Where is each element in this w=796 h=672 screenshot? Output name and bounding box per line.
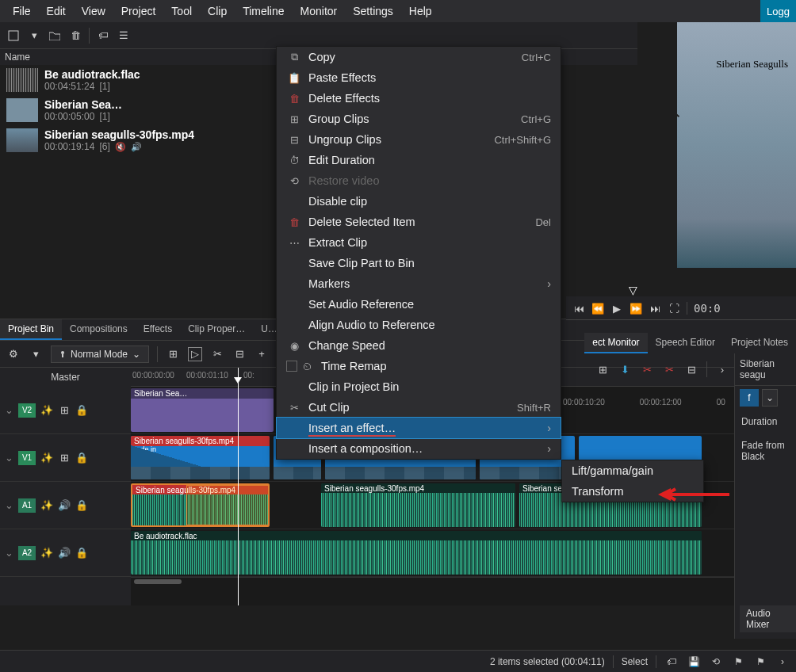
menu-markers[interactable]: Markers› [277,273,561,294]
preview-image[interactable]: Siberian Seagulls [677,22,796,268]
tag-icon[interactable]: 🏷 [96,29,110,43]
tab-audio-mixer[interactable]: Audio Mixer [740,605,796,632]
play-icon[interactable]: ▶ [610,302,623,315]
fade-effect-label[interactable]: Fade from Black [735,433,796,468]
fx-icon[interactable]: ✨ [40,547,53,559]
chevron-down-icon[interactable]: ⌄ [762,389,778,407]
visible-icon[interactable]: ⊞ [58,404,71,417]
lock-icon[interactable]: 🔒 [75,499,88,512]
menu-extract-clip[interactable]: ⋯Extract Clip [277,232,561,253]
zone-out-cut-icon[interactable]: ✂ [640,362,654,376]
menu-view[interactable]: View [74,2,113,21]
timeline-scrollbar[interactable] [131,577,796,585]
chevron-right-icon[interactable]: › [715,362,729,376]
timecode-display[interactable]: 00:0 [694,302,721,315]
login-button[interactable]: Logg [760,0,796,22]
track-tool-icon[interactable]: ⊞ [166,347,180,361]
visible-icon[interactable]: ⊞ [58,452,71,464]
chevron-down-icon[interactable]: ▾ [27,29,41,43]
menu-timeline[interactable]: Timeline [235,2,292,21]
scrollbar-thumb[interactable] [134,579,182,584]
lock-icon[interactable]: 🔒 [75,404,88,417]
menu-copy[interactable]: ⧉CopyCtrl+C [277,47,561,67]
insert-icon[interactable]: + [254,347,269,361]
timeline-clip[interactable]: Siberian Sea… [131,388,274,432]
collapse-icon[interactable]: ⌄ [5,499,13,511]
folder-icon[interactable] [48,29,62,43]
view-icon[interactable]: ⊞ [595,362,610,376]
lock-icon[interactable]: 🔒 [75,547,88,559]
timeline-clip[interactable]: Siberian seagulls-30fps.mp4 [321,483,515,527]
rewind-icon[interactable]: ⏪ [591,302,604,315]
collapse-icon[interactable]: ⌄ [5,452,13,464]
forward-icon[interactable]: ⏩ [630,302,642,315]
collapse-icon[interactable]: ⌄ [5,547,13,559]
menu-edit[interactable]: Edit [39,2,74,21]
menu-paste-effects[interactable]: 📋Paste Effects [277,67,561,88]
menu-save-clip-part[interactable]: Save Clip Part to Bin [277,253,561,273]
track-header-a2[interactable]: ⌄ A2 ✨ 🔊 🔒 [0,529,131,577]
menu-delete-effects[interactable]: 🗑Delete Effects [277,88,561,109]
tab-effects[interactable]: Effects [136,319,180,340]
flag-icon[interactable]: ⚑ [731,655,745,669]
audio-mute-icon[interactable]: 🔇 [115,142,126,152]
spacer-icon[interactable]: ⊟ [684,362,698,376]
reset-icon[interactable]: ⟲ [709,655,723,669]
submenu-lift-gamma[interactable]: Lift/gamma/gain [562,460,703,481]
tab-project-notes[interactable]: Project Notes [723,333,796,353]
skip-back-icon[interactable]: ⏮ [572,302,585,315]
menu-time-remap[interactable]: ⏲Time Remap [277,356,561,376]
menu-clip[interactable]: Clip [200,2,235,21]
tab-project-monitor[interactable]: ect Monitor [584,333,647,353]
settings-icon[interactable]: ⚙ [6,347,21,361]
menu-group-clips[interactable]: ⊞Group ClipsCtrl+G [277,109,561,129]
timeline-clip[interactable]: Be audiotrack.flac [131,531,702,575]
playhead[interactable] [238,368,239,605]
zone-in-icon[interactable]: ⬇ [618,362,632,376]
track-header-v2[interactable]: ⌄ V2 ✨ ⊞ 🔒 [0,387,131,434]
fx-icon[interactable]: ✨ [40,404,53,417]
menu-help[interactable]: Help [401,2,440,21]
menu-clip-in-bin[interactable]: Clip in Project Bin [277,376,561,397]
tab-project-bin[interactable]: Project Bin [0,319,62,340]
checkbox[interactable] [286,361,297,372]
effect-toggle[interactable]: f [740,389,759,407]
collapse-icon[interactable]: ⌄ [5,404,13,416]
mute-icon[interactable]: 🔊 [58,547,71,559]
menu-cut-clip[interactable]: ✂Cut ClipShift+R [277,397,561,418]
menu-settings[interactable]: Settings [345,2,401,21]
monitor-ruler[interactable] [566,319,796,332]
skip-forward-icon[interactable]: ⏭ [649,302,661,315]
menu-project[interactable]: Project [113,2,164,21]
fx-icon[interactable]: ✨ [40,499,53,512]
menu-ungroup-clips[interactable]: ⊟Ungroup ClipsCtrl+Shift+G [277,129,561,150]
zone-out-icon[interactable]: ✂ [662,362,676,376]
menu-edit-duration[interactable]: ⏱Edit Duration [277,150,561,170]
crop-icon[interactable]: ⛶ [668,302,680,315]
lock-icon[interactable]: 🔒 [75,452,88,464]
audio-icon[interactable]: 🔊 [131,142,142,152]
track-lane-a2[interactable]: Be audiotrack.flac [131,529,796,577]
list-icon[interactable]: ☰ [117,29,131,43]
edit-mode-selector[interactable]: Normal Mode ⌄ [51,346,149,363]
timeline-clip-selected[interactable]: Siberian seagulls-30fps.mp4 [131,483,270,527]
save-icon[interactable]: 💾 [687,655,701,669]
monitor-marker-icon[interactable]: ▽ [629,284,637,296]
tab-speech-editor[interactable]: Speech Editor [648,333,723,353]
razor-icon[interactable]: ✂ [210,347,224,361]
menu-monitor[interactable]: Monitor [293,2,346,21]
select-tool-label[interactable]: Select [622,656,648,667]
fx-icon[interactable]: ✨ [40,452,53,464]
menu-change-speed[interactable]: ◉Change Speed [277,335,561,356]
pointer-icon[interactable]: ▷ [188,347,202,361]
flag-filled-icon[interactable]: ⚑ [753,655,767,669]
tab-compositions[interactable]: Compositions [62,319,136,340]
timeline-clip[interactable]: Siberian seagulls-30fps.mp4 Fade in [131,436,270,479]
menu-file[interactable]: File [5,2,39,21]
add-clip-icon[interactable] [6,29,21,43]
track-header-a1[interactable]: ⌄ A1 ✨ 🔊 🔒 [0,482,131,529]
tab-clip-properties[interactable]: Clip Proper… [180,319,253,340]
menu-disable-clip[interactable]: Disable clip [277,191,561,212]
menu-tool[interactable]: Tool [163,2,200,21]
menu-delete-selected[interactable]: 🗑Delete Selected ItemDel [277,212,561,232]
